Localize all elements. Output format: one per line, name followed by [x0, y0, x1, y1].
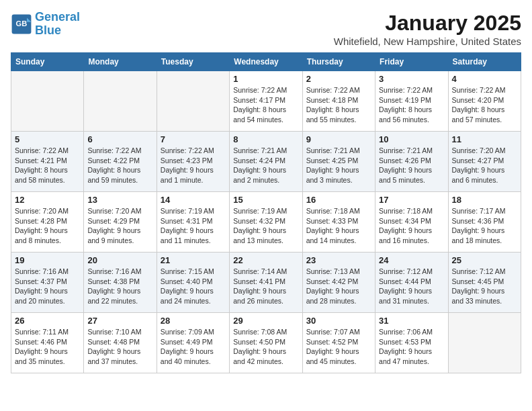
day-number: 29	[233, 316, 298, 326]
page-header: GB General Blue January 2025 Whitefield,…	[11, 11, 521, 47]
svg-text:GB: GB	[16, 19, 28, 28]
calendar-cell: 30Sunrise: 7:07 AMSunset: 4:52 PMDayligh…	[302, 313, 375, 373]
calendar-cell	[157, 71, 229, 132]
day-number: 15	[233, 195, 298, 205]
day-info: Sunrise: 7:14 AMSunset: 4:41 PMDaylight:…	[233, 267, 298, 306]
calendar-cell: 5Sunrise: 7:22 AMSunset: 4:21 PMDaylight…	[11, 132, 84, 192]
month-title: January 2025	[334, 11, 521, 36]
day-info: Sunrise: 7:19 AMSunset: 4:31 PMDaylight:…	[161, 206, 226, 246]
calendar-cell: 18Sunrise: 7:17 AMSunset: 4:36 PMDayligh…	[448, 192, 521, 253]
day-number: 28	[161, 316, 226, 326]
calendar-cell: 17Sunrise: 7:18 AMSunset: 4:34 PMDayligh…	[375, 192, 448, 253]
calendar-cell: 12Sunrise: 7:20 AMSunset: 4:28 PMDayligh…	[11, 192, 84, 253]
day-info: Sunrise: 7:10 AMSunset: 4:48 PMDaylight:…	[87, 327, 152, 367]
day-info: Sunrise: 7:17 AMSunset: 4:36 PMDaylight:…	[452, 206, 517, 246]
calendar-cell: 26Sunrise: 7:11 AMSunset: 4:46 PMDayligh…	[11, 313, 84, 373]
calendar-cell: 9Sunrise: 7:21 AMSunset: 4:25 PMDaylight…	[302, 132, 375, 192]
title-area: January 2025 Whitefield, New Hampshire, …	[334, 11, 521, 47]
calendar-cell: 4Sunrise: 7:22 AMSunset: 4:20 PMDaylight…	[448, 71, 521, 132]
day-number: 6	[87, 134, 152, 144]
day-info: Sunrise: 7:21 AMSunset: 4:26 PMDaylight:…	[379, 146, 444, 185]
day-number: 20	[87, 255, 152, 265]
calendar-cell: 7Sunrise: 7:22 AMSunset: 4:23 PMDaylight…	[157, 132, 229, 192]
day-info: Sunrise: 7:20 AMSunset: 4:28 PMDaylight:…	[15, 206, 80, 246]
calendar-cell: 22Sunrise: 7:14 AMSunset: 4:41 PMDayligh…	[230, 253, 302, 313]
calendar-cell: 3Sunrise: 7:22 AMSunset: 4:19 PMDaylight…	[375, 71, 448, 132]
calendar-cell: 29Sunrise: 7:08 AMSunset: 4:50 PMDayligh…	[230, 313, 302, 373]
calendar-week-row: 1Sunrise: 7:22 AMSunset: 4:17 PMDaylight…	[11, 71, 521, 132]
day-number: 27	[87, 316, 152, 326]
day-info: Sunrise: 7:15 AMSunset: 4:40 PMDaylight:…	[161, 267, 226, 306]
day-number: 7	[161, 134, 226, 144]
calendar-table: SundayMondayTuesdayWednesdayThursdayFrid…	[11, 52, 521, 373]
day-number: 8	[233, 134, 298, 144]
calendar-cell: 10Sunrise: 7:21 AMSunset: 4:26 PMDayligh…	[375, 132, 448, 192]
calendar-cell: 24Sunrise: 7:12 AMSunset: 4:44 PMDayligh…	[375, 253, 448, 313]
calendar-cell: 21Sunrise: 7:15 AMSunset: 4:40 PMDayligh…	[157, 253, 229, 313]
calendar-week-row: 26Sunrise: 7:11 AMSunset: 4:46 PMDayligh…	[11, 313, 521, 373]
day-info: Sunrise: 7:22 AMSunset: 4:19 PMDaylight:…	[379, 85, 444, 125]
logo: GB General Blue	[11, 11, 80, 38]
day-info: Sunrise: 7:12 AMSunset: 4:45 PMDaylight:…	[452, 267, 517, 306]
calendar-cell: 15Sunrise: 7:19 AMSunset: 4:32 PMDayligh…	[230, 192, 302, 253]
day-number: 13	[87, 195, 152, 205]
calendar-cell: 13Sunrise: 7:20 AMSunset: 4:29 PMDayligh…	[84, 192, 157, 253]
calendar-week-row: 5Sunrise: 7:22 AMSunset: 4:21 PMDaylight…	[11, 132, 521, 192]
calendar-cell: 2Sunrise: 7:22 AMSunset: 4:18 PMDaylight…	[302, 71, 375, 132]
day-info: Sunrise: 7:18 AMSunset: 4:34 PMDaylight:…	[379, 206, 444, 246]
day-number: 10	[379, 134, 444, 144]
day-info: Sunrise: 7:16 AMSunset: 4:37 PMDaylight:…	[15, 267, 80, 306]
calendar-cell	[11, 71, 84, 132]
calendar-cell: 25Sunrise: 7:12 AMSunset: 4:45 PMDayligh…	[448, 253, 521, 313]
col-header-sunday: Sunday	[11, 53, 84, 71]
day-info: Sunrise: 7:13 AMSunset: 4:42 PMDaylight:…	[306, 267, 371, 306]
location-title: Whitefield, New Hampshire, United States	[334, 36, 521, 47]
calendar-header-row: SundayMondayTuesdayWednesdayThursdayFrid…	[11, 53, 521, 71]
day-number: 5	[15, 134, 80, 144]
day-number: 24	[379, 255, 444, 265]
calendar-cell	[84, 71, 157, 132]
calendar-cell	[448, 313, 521, 373]
calendar-week-row: 19Sunrise: 7:16 AMSunset: 4:37 PMDayligh…	[11, 253, 521, 313]
day-number: 21	[161, 255, 226, 265]
day-info: Sunrise: 7:22 AMSunset: 4:22 PMDaylight:…	[87, 146, 152, 185]
calendar-week-row: 12Sunrise: 7:20 AMSunset: 4:28 PMDayligh…	[11, 192, 521, 253]
logo-text: General Blue	[35, 11, 80, 38]
col-header-tuesday: Tuesday	[157, 53, 229, 71]
calendar-cell: 19Sunrise: 7:16 AMSunset: 4:37 PMDayligh…	[11, 253, 84, 313]
calendar-cell: 20Sunrise: 7:16 AMSunset: 4:38 PMDayligh…	[84, 253, 157, 313]
day-info: Sunrise: 7:09 AMSunset: 4:49 PMDaylight:…	[161, 327, 226, 367]
day-info: Sunrise: 7:22 AMSunset: 4:17 PMDaylight:…	[233, 85, 298, 125]
day-number: 17	[379, 195, 444, 205]
calendar-cell: 23Sunrise: 7:13 AMSunset: 4:42 PMDayligh…	[302, 253, 375, 313]
logo-icon: GB	[11, 13, 32, 35]
day-info: Sunrise: 7:22 AMSunset: 4:23 PMDaylight:…	[161, 146, 226, 185]
day-info: Sunrise: 7:19 AMSunset: 4:32 PMDaylight:…	[233, 206, 298, 246]
day-number: 19	[15, 255, 80, 265]
calendar-cell: 1Sunrise: 7:22 AMSunset: 4:17 PMDaylight…	[230, 71, 302, 132]
day-number: 25	[452, 255, 517, 265]
day-info: Sunrise: 7:20 AMSunset: 4:29 PMDaylight:…	[87, 206, 152, 246]
day-number: 14	[161, 195, 226, 205]
day-info: Sunrise: 7:21 AMSunset: 4:24 PMDaylight:…	[233, 146, 298, 185]
day-number: 11	[452, 134, 517, 144]
day-info: Sunrise: 7:20 AMSunset: 4:27 PMDaylight:…	[452, 146, 517, 185]
calendar-cell: 16Sunrise: 7:18 AMSunset: 4:33 PMDayligh…	[302, 192, 375, 253]
day-number: 30	[306, 316, 371, 326]
calendar-cell: 31Sunrise: 7:06 AMSunset: 4:53 PMDayligh…	[375, 313, 448, 373]
col-header-monday: Monday	[84, 53, 157, 71]
day-info: Sunrise: 7:11 AMSunset: 4:46 PMDaylight:…	[15, 327, 80, 367]
calendar-cell: 14Sunrise: 7:19 AMSunset: 4:31 PMDayligh…	[157, 192, 229, 253]
day-number: 3	[379, 74, 444, 84]
day-number: 18	[452, 195, 517, 205]
day-info: Sunrise: 7:08 AMSunset: 4:50 PMDaylight:…	[233, 327, 298, 367]
day-number: 23	[306, 255, 371, 265]
col-header-thursday: Thursday	[302, 53, 375, 71]
calendar-cell: 6Sunrise: 7:22 AMSunset: 4:22 PMDaylight…	[84, 132, 157, 192]
calendar-cell: 11Sunrise: 7:20 AMSunset: 4:27 PMDayligh…	[448, 132, 521, 192]
calendar-cell: 28Sunrise: 7:09 AMSunset: 4:49 PMDayligh…	[157, 313, 229, 373]
day-number: 26	[15, 316, 80, 326]
day-number: 12	[15, 195, 80, 205]
day-number: 16	[306, 195, 371, 205]
day-number: 9	[306, 134, 371, 144]
